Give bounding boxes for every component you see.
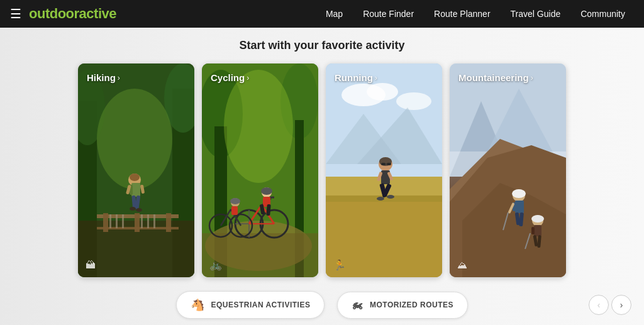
mountaineering-icon: ⛰ [457, 260, 467, 271]
card-label-mountaineering: Mountaineering › [458, 72, 533, 83]
svg-rect-16 [147, 214, 149, 228]
svg-point-60 [367, 83, 398, 101]
svg-rect-13 [116, 214, 118, 228]
motorized-pill[interactable]: 🏍 MOTORIZED ROUTES [337, 292, 468, 319]
equestrian-icon: 🐴 [191, 298, 205, 312]
activity-card-mountaineering[interactable]: Mountaineering › ⛰ [450, 63, 566, 277]
prev-arrow[interactable]: ‹ [589, 295, 609, 315]
svg-rect-9 [103, 213, 108, 232]
svg-point-24 [136, 208, 142, 212]
logo[interactable]: outdooractive [29, 6, 317, 22]
nav-map[interactable]: Map [317, 6, 352, 21]
hiking-icon: 🏔 [86, 260, 96, 271]
main-nav: Map Route Finder Route Planner Travel Gu… [317, 6, 634, 21]
svg-rect-97 [534, 225, 541, 236]
equestrian-label: EQUESTRIAN ACTIVITIES [211, 300, 310, 309]
svg-point-77 [387, 195, 394, 199]
svg-rect-17 [153, 214, 155, 228]
svg-rect-15 [141, 214, 143, 228]
svg-point-33 [224, 70, 293, 183]
svg-point-87 [512, 189, 526, 198]
svg-point-78 [379, 157, 392, 166]
next-arrow[interactable]: › [611, 295, 631, 315]
svg-point-27 [130, 174, 140, 181]
svg-rect-12 [109, 214, 111, 228]
section-title: Start with your favorite activity [239, 39, 404, 52]
svg-point-76 [377, 197, 384, 201]
main-content: Start with your favorite activity [0, 28, 644, 325]
nav-community[interactable]: Community [572, 6, 634, 21]
activity-cards-row: Hiking › 🏔 [0, 63, 644, 277]
activity-card-hiking[interactable]: Hiking › 🏔 [78, 63, 194, 277]
nav-travel-guide[interactable]: Travel Guide [502, 6, 570, 21]
svg-point-47 [261, 187, 272, 195]
motorized-icon: 🏍 [352, 299, 364, 312]
svg-rect-10 [135, 213, 140, 232]
nav-route-finder[interactable]: Route Finder [354, 6, 423, 21]
svg-point-56 [230, 198, 240, 204]
running-icon: 🏃 [333, 259, 346, 271]
svg-rect-19 [131, 183, 140, 197]
svg-rect-90 [515, 201, 524, 213]
activity-card-running[interactable]: Running › 🏃 [326, 63, 442, 277]
svg-point-23 [130, 207, 136, 211]
bottom-row: 🐴 EQUESTRIAN ACTIVITIES 🏍 MOTORIZED ROUT… [0, 291, 644, 319]
hamburger-menu[interactable]: ☰ [10, 6, 21, 21]
svg-rect-57 [231, 206, 238, 215]
svg-point-61 [396, 92, 431, 110]
card-label-running: Running › [335, 72, 377, 83]
activity-card-cycling[interactable]: Cycling › 🚲 [202, 63, 318, 277]
svg-rect-11 [166, 213, 171, 232]
svg-rect-98 [531, 227, 535, 234]
svg-point-96 [531, 215, 544, 223]
card-label-hiking: Hiking › [87, 72, 120, 83]
nav-route-planner[interactable]: Route Planner [425, 6, 499, 21]
motorized-label: MOTORIZED ROUTES [370, 300, 453, 309]
svg-rect-14 [122, 214, 124, 228]
cycling-icon: 🚲 [209, 259, 222, 271]
equestrian-pill[interactable]: 🐴 EQUESTRIAN ACTIVITIES [176, 291, 325, 319]
nav-arrows: ‹ › [589, 295, 631, 315]
main-header: ☰ outdooractive Map Route Finder Route P… [0, 0, 644, 28]
card-label-cycling: Cycling › [211, 72, 249, 83]
